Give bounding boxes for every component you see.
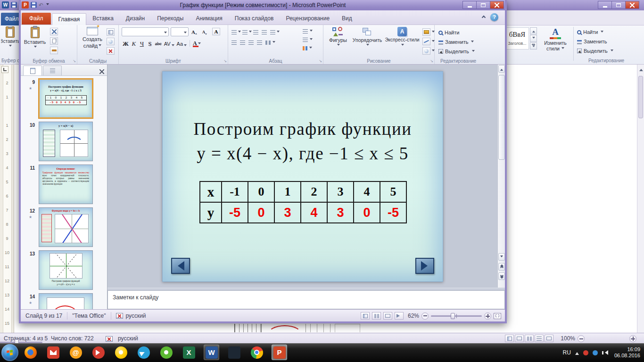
strikethrough-button[interactable]: abc: [154, 39, 163, 48]
close-button[interactable]: [490, 1, 504, 9]
notes-pane[interactable]: Заметки к слайду: [107, 290, 505, 309]
reset-slide-button[interactable]: [107, 38, 115, 45]
word-maximize-button[interactable]: [611, 1, 626, 9]
slide-layout-button[interactable]: [107, 28, 115, 36]
word-find-button[interactable]: Найти: [577, 29, 603, 35]
maximize-button[interactable]: [476, 1, 490, 9]
quick-styles-button[interactable]: А Экспресс-стили: [384, 27, 421, 57]
thumbnail-slide-13[interactable]: Построим графики функций y = x(4 − x) и …: [39, 250, 93, 290]
volume-icon[interactable]: [602, 350, 608, 355]
character-spacing-button[interactable]: AV: [163, 39, 175, 48]
font-color-button[interactable]: А: [192, 39, 202, 48]
word-select-button[interactable]: Выделить: [577, 48, 613, 54]
taskbar-word-icon[interactable]: W: [204, 345, 219, 360]
word-file-tab[interactable]: Файл: [1, 13, 20, 25]
outline-view-button[interactable]: [535, 335, 544, 342]
draft-view-button[interactable]: [545, 335, 553, 342]
scroll-down-button[interactable]: [498, 253, 505, 261]
replace-button[interactable]: Заменить: [438, 38, 474, 46]
web-view-button[interactable]: [525, 335, 534, 342]
taskbar-mail-icon[interactable]: [45, 345, 61, 360]
align-right-button[interactable]: [248, 39, 256, 46]
justify-button[interactable]: [256, 39, 264, 46]
scroll-up-button[interactable]: [498, 65, 505, 73]
zoom-level[interactable]: 62%: [406, 313, 419, 319]
tab-slideshow[interactable]: Показ слайдов: [229, 13, 280, 25]
new-slide-button[interactable]: ★ Создать слайд: [79, 27, 106, 57]
zoom-out-button[interactable]: [421, 313, 429, 320]
fullscreen-view-button[interactable]: [515, 335, 524, 342]
word-scroll-thumb[interactable]: [638, 76, 643, 118]
gallery-more-button[interactable]: [530, 42, 537, 49]
previous-slide-button[interactable]: [498, 263, 505, 271]
shape-outline-button[interactable]: [422, 38, 435, 45]
align-text-button[interactable]: [303, 36, 313, 43]
outline-tab[interactable]: [43, 66, 62, 75]
delete-slide-button[interactable]: [107, 47, 115, 55]
clock[interactable]: 16:09 06.08.2016: [614, 346, 640, 359]
word-paste-button[interactable]: Вставить: [1, 26, 19, 57]
tray-icon-red[interactable]: [583, 350, 588, 355]
word-zoom-level[interactable]: 100%: [561, 335, 575, 342]
word-minimize-button[interactable]: [598, 1, 612, 9]
paste-button[interactable]: Вставить: [24, 27, 46, 57]
tab-animations[interactable]: Анимация: [190, 13, 228, 25]
word-close-button[interactable]: [625, 1, 639, 9]
shape-effects-button[interactable]: [422, 47, 435, 55]
align-left-button[interactable]: [231, 39, 239, 46]
taskbar-app-yellow-icon[interactable]: [113, 345, 129, 360]
zoom-slider[interactable]: [431, 315, 482, 317]
gallery-down-button[interactable]: [530, 35, 537, 42]
increase-indent-button[interactable]: [261, 28, 269, 36]
slide-prev-button[interactable]: [171, 258, 190, 274]
thumbnail-slide-14[interactable]: [39, 293, 93, 309]
minimize-button[interactable]: [462, 1, 477, 9]
text-shadow-button[interactable]: S: [146, 39, 154, 48]
slideshow-button[interactable]: [395, 312, 404, 320]
word-replace-button[interactable]: Заменить: [577, 39, 607, 44]
tray-icon-blue[interactable]: [593, 350, 598, 355]
tab-design[interactable]: Дизайн: [120, 13, 151, 25]
bullets-button[interactable]: [231, 28, 241, 36]
scroll-thumb[interactable]: [498, 75, 505, 160]
cut-button[interactable]: [50, 28, 58, 35]
decrease-indent-button[interactable]: [253, 28, 261, 36]
word-change-styles-button[interactable]: А Изменить стили: [539, 27, 571, 62]
align-center-button[interactable]: [239, 39, 248, 46]
smartart-convert-button[interactable]: [303, 45, 313, 52]
word-scrollbar[interactable]: [637, 65, 644, 333]
text-direction-button[interactable]: [303, 28, 313, 35]
numbering-button[interactable]: [242, 28, 252, 36]
slide-next-button[interactable]: [415, 258, 434, 274]
font-name-combo[interactable]: [122, 27, 169, 36]
taskbar-firefox-icon[interactable]: [23, 345, 38, 360]
taskbar-app-blue-icon[interactable]: [136, 345, 151, 360]
dialog-launcher-icon[interactable]: ↘: [223, 59, 227, 63]
taskbar-app-dark-icon[interactable]: [226, 345, 242, 360]
taskbar-app-green-icon[interactable]: [158, 345, 174, 360]
spellcheck-icon[interactable]: [116, 313, 123, 319]
italic-button[interactable]: К: [130, 39, 138, 48]
slide-value-table[interactable]: x -1 0 1 2 3 4 5 y -5 0 3 4: [199, 181, 407, 223]
underline-button[interactable]: Ч: [138, 39, 146, 48]
increase-font-button[interactable]: А: [190, 27, 198, 36]
language-switcher[interactable]: RU: [563, 349, 571, 356]
taskbar-mailru-icon[interactable]: @: [68, 345, 83, 360]
slides-tab[interactable]: [23, 66, 42, 75]
slide-canvas[interactable]: Построим график функции y = x(4 − x), гд…: [162, 71, 443, 282]
thumbnail-slide-11[interactable]: Определение: Графиком функции называется…: [39, 165, 93, 204]
tab-selector-icon[interactable]: [1, 66, 8, 73]
print-layout-view-button[interactable]: [505, 335, 514, 342]
dialog-launcher-icon[interactable]: ↘: [73, 59, 76, 63]
gallery-up-button[interactable]: [530, 27, 537, 34]
bold-button[interactable]: Ж: [122, 39, 130, 48]
slide-title[interactable]: Построим график функции y = x(4 − x), гд…: [163, 117, 443, 166]
arrange-button[interactable]: Упорядочить: [352, 27, 383, 57]
tab-transitions[interactable]: Переходы: [151, 13, 190, 25]
slide-scrollbar[interactable]: [497, 65, 505, 288]
decrease-font-button[interactable]: А: [201, 27, 208, 36]
taskbar-browser-icon[interactable]: [91, 345, 106, 360]
start-button[interactable]: [1, 344, 18, 361]
dialog-launcher-icon[interactable]: ↘: [430, 59, 433, 63]
tab-insert[interactable]: Вставка: [86, 13, 120, 25]
